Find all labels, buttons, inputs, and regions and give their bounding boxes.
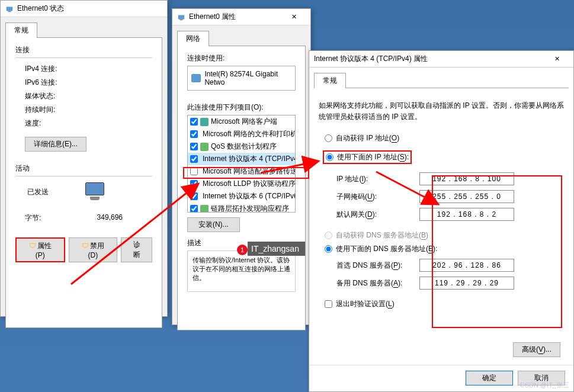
advanced-button[interactable]: 高级(V)...: [513, 342, 560, 357]
protocol-checkbox[interactable]: [190, 130, 198, 138]
window-title: Ethernet0 属性: [189, 12, 282, 22]
window-title: Ethernet0 状态: [17, 4, 162, 14]
titlebar[interactable]: Ethernet0 状态: [1, 1, 167, 17]
gateway-input[interactable]: 192 . 168 . 8 . 2: [419, 208, 514, 221]
properties-window: Ethernet0 属性 网络 连接时使用: Intel(R) 82574L G…: [172, 8, 311, 325]
auto-ip-radio-row[interactable]: 自动获得 IP 地址(O): [325, 133, 564, 143]
protocol-item-4[interactable]: Microsoft 网络适配器多路传送: [188, 165, 295, 178]
auto-ip-label: 自动获得 IP 地址(O): [336, 133, 399, 143]
auto-ip-radio[interactable]: [325, 134, 332, 142]
protocol-item-5[interactable]: Microsoft LLDP 协议驱动程序: [188, 178, 295, 190]
media-label: 媒体状态:: [15, 91, 104, 101]
validate-checkbox-row[interactable]: 退出时验证设置(L): [325, 299, 564, 309]
titlebar[interactable]: Internet 协议版本 4 (TCP/IPv4) 属性: [309, 51, 573, 68]
ethernet-icon: [177, 13, 185, 21]
tab-general[interactable]: 常规: [314, 73, 346, 88]
protocol-checkbox[interactable]: [190, 168, 198, 175]
protocol-label: Microsoft 网络客户端: [211, 117, 277, 127]
protocol-label: QoS 数据包计划程序: [211, 142, 277, 152]
connection-section-label: 连接: [15, 45, 152, 55]
adapter-icon: [191, 74, 201, 82]
details-button[interactable]: 详细信息(E)...: [25, 137, 86, 152]
titlebar[interactable]: Ethernet0 属性: [172, 9, 310, 25]
subnet-label: 子网掩码(U):: [336, 192, 419, 202]
protocol-item-6[interactable]: Internet 协议版本 6 (TCP/IPv6): [188, 190, 295, 203]
close-button[interactable]: [545, 52, 569, 67]
footer-watermark: CSDN @IT_张三: [520, 381, 569, 390]
use-dns-radio[interactable]: [325, 245, 332, 253]
disable-button[interactable]: 🛡禁用(D): [69, 237, 117, 262]
bytes-label: 字节:: [15, 213, 97, 223]
ip-address-label: IP 地址(I):: [336, 174, 419, 184]
ip-address-input[interactable]: 192 . 168 . 8 . 100: [419, 172, 514, 185]
ipv6-label: IPv6 连接:: [15, 78, 104, 88]
dns1-label: 首选 DNS 服务器(P):: [336, 261, 419, 271]
validate-checkbox[interactable]: [325, 300, 332, 308]
protocol-checkbox[interactable]: [190, 155, 198, 163]
watermark-tag: IT_zhangsan: [248, 242, 305, 256]
close-button[interactable]: [282, 9, 306, 25]
ok-button[interactable]: 确定: [466, 371, 513, 385]
protocol-list[interactable]: Microsoft 网络客户端Microsoft 网络的文件和打印机QoS 数据…: [187, 115, 296, 213]
tcpip-window: Internet 协议版本 4 (TCP/IPv4) 属性 常规 如果网络支持此…: [309, 50, 574, 392]
protocol-checkbox[interactable]: [190, 180, 198, 188]
dns2-input[interactable]: 119 . 29 . 29 . 29: [419, 277, 514, 290]
use-dns-radio-row[interactable]: 使用下面的 DNS 服务器地址(E):: [325, 244, 564, 254]
protocol-checkbox[interactable]: [190, 118, 198, 126]
protocol-label: Microsoft LLDP 协议驱动程序: [203, 179, 296, 189]
use-ip-radio[interactable]: [326, 153, 334, 161]
adapter-box[interactable]: Intel(R) 82574L Gigabit Netwo: [187, 66, 296, 91]
ethernet-icon: [5, 5, 14, 13]
protocol-checkbox[interactable]: [190, 205, 198, 213]
protocol-checkbox[interactable]: [190, 143, 198, 150]
ipv4-label: IPv4 连接:: [15, 64, 104, 74]
window-title: Internet 协议版本 4 (TCP/IPv4) 属性: [314, 54, 545, 64]
auto-dns-radio: [325, 232, 332, 239]
protocol-label: 链路层拓扑发现响应程序: [211, 204, 289, 213]
protocol-label: Microsoft 网络适配器多路传送: [203, 166, 296, 176]
protocol-icon: [200, 118, 209, 126]
use-ip-label: 使用下面的 IP 地址(S):: [337, 152, 409, 162]
subnet-input[interactable]: 255 . 255 . 255 . 0: [419, 190, 514, 203]
auto-dns-label: 自动获得 DNS 服务器地址(B): [336, 230, 428, 240]
protocol-label: Internet 协议版本 4 (TCP/IPv4): [203, 154, 296, 164]
svg-rect-0: [7, 7, 13, 11]
svg-rect-2: [178, 15, 185, 19]
annotation-badge-1: 1: [237, 245, 248, 255]
sent-label: 已发送: [27, 187, 49, 197]
description-text: 传输控制协议/Internet 协议。该协议于在不同的相互连接的网络上通信。: [187, 250, 296, 292]
protocol-item-2[interactable]: QoS 数据包计划程序: [188, 140, 295, 153]
tab-general[interactable]: 常规: [5, 23, 37, 38]
svg-rect-1: [8, 11, 11, 12]
diagnose-button[interactable]: 诊断: [121, 237, 152, 262]
dns2-label: 备用 DNS 服务器(A):: [336, 278, 419, 288]
protocol-item-7[interactable]: 链路层拓扑发现响应程序: [188, 203, 295, 213]
duration-label: 持续时间:: [15, 105, 104, 115]
adapter-name: Intel(R) 82574L Gigabit Netwo: [204, 70, 291, 86]
use-dns-label: 使用下面的 DNS 服务器地址(E):: [336, 244, 437, 254]
validate-label: 退出时验证设置(L): [336, 299, 395, 309]
status-window: Ethernet0 状态 常规 连接 IPv4 连接: IPv6 连接: 媒体状…: [0, 0, 168, 317]
protocol-item-1[interactable]: Microsoft 网络的文件和打印机: [188, 128, 295, 140]
protocol-item-0[interactable]: Microsoft 网络客户端: [188, 115, 295, 128]
protocol-checkbox[interactable]: [190, 192, 198, 200]
tab-network[interactable]: 网络: [177, 31, 209, 46]
connect-using-label: 连接时使用:: [187, 53, 296, 63]
bytes-sent-value: 349,696: [97, 213, 123, 223]
protocol-item-3[interactable]: Internet 协议版本 4 (TCP/IPv4): [188, 153, 295, 165]
speed-label: 速度:: [15, 118, 104, 128]
protocol-label: Internet 协议版本 6 (TCP/IPv6): [203, 191, 296, 201]
protocol-label: Microsoft 网络的文件和打印机: [203, 129, 296, 139]
auto-dns-radio-row: 自动获得 DNS 服务器地址(B): [325, 230, 564, 240]
monitor-icon: [84, 182, 106, 201]
protocol-icon: [200, 205, 209, 213]
activity-section-label: 活动: [15, 163, 152, 173]
svg-rect-3: [179, 19, 182, 20]
install-button[interactable]: 安装(N)...: [187, 217, 240, 232]
description-text: 如果网络支持此功能，则可以获取自动指派的 IP 设置。否则，你需要从网络系统管理…: [319, 100, 564, 123]
dns1-input[interactable]: 202 . 96 . 128 . 86: [419, 259, 514, 272]
use-ip-radio-row[interactable]: 使用下面的 IP 地址(S):: [323, 150, 412, 164]
protocol-icon: [200, 143, 209, 151]
uses-items-label: 此连接使用下列项目(O):: [187, 102, 296, 113]
properties-button[interactable]: 🛡属性(P): [15, 237, 65, 262]
